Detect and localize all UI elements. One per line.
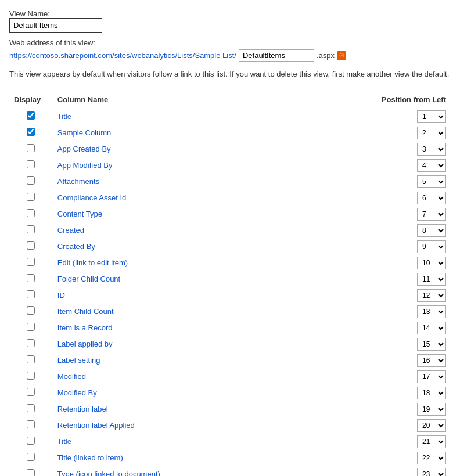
columns-table: Display Column Name Position from Left T…: [9, 92, 451, 477]
table-row: Title (linked to item)123456789101112131…: [9, 450, 451, 466]
column-name-link[interactable]: Item is a Record: [58, 323, 113, 332]
column-checkbox[interactable]: [27, 258, 35, 266]
column-name-link[interactable]: Edit (link to edit item): [58, 258, 128, 267]
table-row: ID12345678910111213141516171819202122232…: [9, 287, 451, 304]
column-checkbox[interactable]: [27, 339, 35, 347]
column-checkbox[interactable]: [27, 420, 35, 428]
column-name-link[interactable]: Modified By: [58, 388, 97, 397]
web-address-section: Web address of this view: https://contos…: [9, 38, 451, 62]
position-select[interactable]: 123456789101112131415161718192021222324: [417, 468, 446, 477]
column-checkbox[interactable]: [27, 209, 35, 217]
column-checkbox[interactable]: [27, 290, 35, 298]
info-text: This view appears by default when visito…: [9, 68, 451, 80]
table-row: Type (icon linked to document)1234567891…: [9, 466, 451, 477]
column-name-link[interactable]: Title: [58, 437, 71, 446]
column-name-link[interactable]: Modified: [58, 372, 86, 381]
table-row: Created By123456789101112131415161718192…: [9, 239, 451, 255]
column-name-link[interactable]: Created: [58, 226, 84, 235]
column-checkbox[interactable]: [27, 323, 35, 331]
column-name-link[interactable]: Retention label Applied: [58, 421, 135, 430]
column-name-link[interactable]: Compliance Asset Id: [58, 193, 127, 202]
column-checkbox[interactable]: [27, 225, 35, 233]
column-checkbox[interactable]: [27, 388, 35, 396]
column-name-link[interactable]: Attachments: [58, 177, 99, 186]
table-row: Content Type1234567891011121314151617181…: [9, 206, 451, 222]
column-checkbox[interactable]: [27, 404, 35, 412]
column-checkbox[interactable]: [27, 274, 35, 282]
position-select[interactable]: 123456789101112131415161718192021222324: [417, 435, 446, 448]
column-checkbox[interactable]: [27, 306, 35, 315]
table-row: App Created By12345678910111213141516171…: [9, 141, 451, 157]
column-name-link[interactable]: Sample Column: [58, 128, 112, 137]
column-name-link[interactable]: Title (linked to item): [58, 453, 123, 462]
position-select[interactable]: 123456789101112131415161718192021222324: [417, 419, 446, 432]
header-display: Display: [9, 92, 53, 109]
position-select[interactable]: 123456789101112131415161718192021222324: [417, 208, 446, 221]
table-row: Item Child Count123456789101112131415161…: [9, 304, 451, 320]
column-name-link[interactable]: Folder Child Count: [58, 275, 120, 283]
column-checkbox[interactable]: [27, 453, 35, 461]
position-select[interactable]: 123456789101112131415161718192021222324: [417, 305, 446, 318]
table-row: Label applied by123456789101112131415161…: [9, 336, 451, 352]
column-name-link[interactable]: Title: [58, 112, 71, 121]
web-address-url: https://contoso.sharepoint.com/sites/web…: [9, 51, 236, 60]
position-select[interactable]: 123456789101112131415161718192021222324: [417, 322, 446, 334]
column-checkbox[interactable]: [27, 355, 35, 363]
column-checkbox[interactable]: [27, 372, 35, 380]
position-select[interactable]: 123456789101112131415161718192021222324: [417, 338, 446, 351]
table-row: Title12345678910111213141516171819202122…: [9, 109, 451, 125]
table-row: Retention label Applied12345678910111213…: [9, 417, 451, 434]
column-checkbox[interactable]: [27, 176, 35, 185]
position-select[interactable]: 123456789101112131415161718192021222324: [417, 452, 446, 464]
column-name-link[interactable]: Label applied by: [58, 340, 113, 348]
view-name-input[interactable]: [9, 18, 102, 33]
column-name-link[interactable]: App Modified By: [58, 161, 113, 170]
table-row: Folder Child Count1234567891011121314151…: [9, 271, 451, 287]
position-select[interactable]: 123456789101112131415161718192021222324: [417, 127, 446, 139]
view-name-section: View Name:: [9, 9, 451, 33]
position-select[interactable]: 123456789101112131415161718192021222324: [417, 240, 446, 253]
column-checkbox[interactable]: [27, 437, 35, 445]
column-name-link[interactable]: ID: [58, 291, 65, 300]
column-name-link[interactable]: Type (icon linked to document): [58, 470, 160, 476]
table-row: Modified12345678910111213141516171819202…: [9, 369, 451, 385]
view-name-label: View Name:: [9, 9, 50, 18]
column-checkbox[interactable]: [27, 128, 35, 136]
position-select[interactable]: 123456789101112131415161718192021222324: [417, 257, 446, 269]
column-name-link[interactable]: Retention label: [58, 405, 108, 413]
position-select[interactable]: 123456789101112131415161718192021222324: [417, 143, 446, 156]
position-select[interactable]: 123456789101112131415161718192021222324: [417, 224, 446, 237]
column-name-link[interactable]: App Created By: [58, 145, 111, 153]
column-name-link[interactable]: Label setting: [58, 356, 100, 365]
rss-icon[interactable]: ☉: [337, 51, 346, 60]
position-select[interactable]: 123456789101112131415161718192021222324: [417, 192, 446, 204]
table-row: Modified By12345678910111213141516171819…: [9, 385, 451, 401]
position-select[interactable]: 123456789101112131415161718192021222324: [417, 403, 446, 416]
table-row: Item is a Record123456789101112131415161…: [9, 320, 451, 336]
column-name-link[interactable]: Created By: [58, 242, 95, 251]
position-select[interactable]: 123456789101112131415161718192021222324: [417, 289, 446, 302]
position-select[interactable]: 123456789101112131415161718192021222324: [417, 175, 446, 188]
column-name-link[interactable]: Item Child Count: [58, 307, 114, 316]
table-row: Attachments12345678910111213141516171819…: [9, 174, 451, 190]
column-checkbox[interactable]: [27, 144, 35, 152]
table-row: Label setting123456789101112131415161718…: [9, 352, 451, 369]
position-select[interactable]: 123456789101112131415161718192021222324: [417, 159, 446, 172]
column-checkbox[interactable]: [27, 241, 35, 250]
position-select[interactable]: 123456789101112131415161718192021222324: [417, 110, 446, 123]
position-select[interactable]: 123456789101112131415161718192021222324: [417, 354, 446, 367]
table-row: Retention label1234567891011121314151617…: [9, 401, 451, 417]
table-row: Title12345678910111213141516171819202122…: [9, 434, 451, 450]
header-column-name: Column Name: [53, 92, 367, 109]
web-address-aspx: .aspx: [317, 51, 335, 60]
position-select[interactable]: 123456789101112131415161718192021222324: [417, 370, 446, 383]
column-checkbox[interactable]: [27, 111, 35, 120]
position-select[interactable]: 123456789101112131415161718192021222324: [417, 273, 446, 286]
column-checkbox[interactable]: [27, 469, 35, 476]
web-address-input[interactable]: [239, 49, 314, 62]
column-name-link[interactable]: Content Type: [58, 210, 102, 218]
column-checkbox[interactable]: [27, 193, 35, 201]
column-checkbox[interactable]: [27, 160, 35, 168]
position-select[interactable]: 123456789101112131415161718192021222324: [417, 387, 446, 399]
table-row: Sample Column123456789101112131415161718…: [9, 125, 451, 141]
